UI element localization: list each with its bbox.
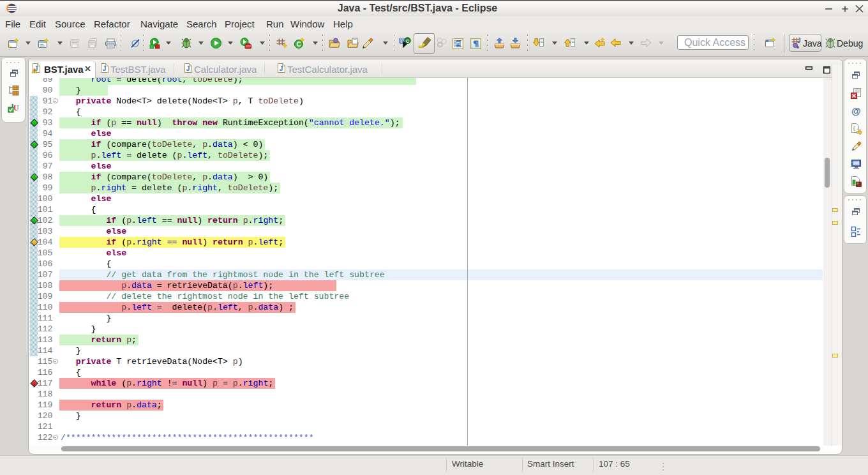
svg-text:U: U — [13, 103, 19, 112]
svg-text:J: J — [280, 65, 283, 72]
svg-text:C: C — [296, 41, 301, 48]
svg-text:J: J — [186, 65, 190, 72]
svg-text:{..: {.. — [853, 125, 862, 131]
svg-text:J: J — [103, 65, 107, 72]
svg-text:J: J — [797, 37, 801, 44]
